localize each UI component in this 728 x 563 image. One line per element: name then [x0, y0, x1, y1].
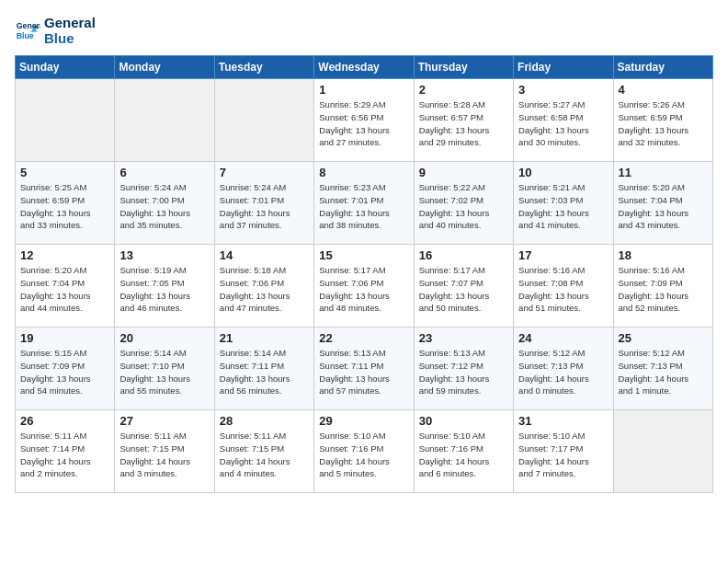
day-cell: 28Sunrise: 5:11 AM Sunset: 7:15 PM Dayli… — [214, 410, 313, 493]
day-cell: 17Sunrise: 5:16 AM Sunset: 7:08 PM Dayli… — [514, 245, 613, 327]
day-number: 5 — [20, 166, 109, 179]
day-number: 19 — [20, 331, 109, 345]
day-info: Sunrise: 5:18 AM Sunset: 7:06 PM Dayligh… — [220, 264, 309, 315]
day-info: Sunrise: 5:13 AM Sunset: 7:12 PM Dayligh… — [419, 347, 508, 397]
day-info: Sunrise: 5:26 AM Sunset: 6:59 PM Dayligh… — [619, 98, 708, 149]
day-info: Sunrise: 5:16 AM Sunset: 7:09 PM Dayligh… — [619, 264, 708, 315]
day-info: Sunrise: 5:19 AM Sunset: 7:05 PM Dayligh… — [119, 264, 209, 315]
day-info: Sunrise: 5:10 AM Sunset: 7:17 PM Dayligh… — [518, 430, 608, 480]
day-number: 10 — [518, 166, 608, 179]
logo-icon: General Blue — [15, 17, 40, 43]
day-info: Sunrise: 5:23 AM Sunset: 7:01 PM Dayligh… — [319, 181, 408, 232]
day-info: Sunrise: 5:12 AM Sunset: 7:13 PM Dayligh… — [518, 347, 608, 397]
week-row-2: 5Sunrise: 5:25 AM Sunset: 6:59 PM Daylig… — [16, 162, 713, 245]
day-info: Sunrise: 5:17 AM Sunset: 7:06 PM Dayligh… — [319, 264, 408, 315]
day-cell: 25Sunrise: 5:12 AM Sunset: 7:13 PM Dayli… — [613, 327, 712, 410]
day-info: Sunrise: 5:21 AM Sunset: 7:03 PM Dayligh… — [518, 181, 608, 232]
week-row-1: 1Sunrise: 5:29 AM Sunset: 6:56 PM Daylig… — [16, 79, 713, 162]
day-cell — [16, 79, 115, 162]
week-row-5: 26Sunrise: 5:11 AM Sunset: 7:14 PM Dayli… — [16, 410, 713, 493]
day-number: 30 — [419, 414, 508, 428]
day-cell: 22Sunrise: 5:13 AM Sunset: 7:11 PM Dayli… — [314, 327, 414, 410]
day-cell: 9Sunrise: 5:22 AM Sunset: 7:02 PM Daylig… — [414, 162, 513, 245]
day-number: 29 — [319, 414, 408, 428]
logo-line1: General — [44, 15, 96, 30]
logo: General Blue General Blue — [15, 15, 96, 46]
day-cell: 16Sunrise: 5:17 AM Sunset: 7:07 PM Dayli… — [414, 245, 513, 327]
day-cell: 11Sunrise: 5:20 AM Sunset: 7:04 PM Dayli… — [613, 162, 712, 245]
day-cell: 21Sunrise: 5:14 AM Sunset: 7:11 PM Dayli… — [214, 327, 313, 410]
day-info: Sunrise: 5:29 AM Sunset: 6:56 PM Dayligh… — [319, 98, 408, 149]
day-number: 1 — [319, 83, 408, 97]
day-info: Sunrise: 5:13 AM Sunset: 7:11 PM Dayligh… — [319, 347, 408, 397]
weekday-header-tuesday: Tuesday — [214, 56, 313, 79]
day-info: Sunrise: 5:22 AM Sunset: 7:02 PM Dayligh… — [419, 181, 508, 232]
day-number: 16 — [419, 248, 508, 262]
day-number: 8 — [319, 166, 408, 179]
day-info: Sunrise: 5:14 AM Sunset: 7:10 PM Dayligh… — [119, 347, 209, 397]
day-cell: 7Sunrise: 5:24 AM Sunset: 7:01 PM Daylig… — [214, 162, 313, 245]
day-info: Sunrise: 5:12 AM Sunset: 7:13 PM Dayligh… — [619, 347, 708, 397]
weekday-header-wednesday: Wednesday — [314, 56, 414, 79]
day-number: 20 — [119, 331, 209, 345]
day-number: 18 — [619, 248, 708, 262]
day-number: 13 — [119, 248, 209, 262]
day-cell: 3Sunrise: 5:27 AM Sunset: 6:58 PM Daylig… — [514, 79, 613, 162]
day-cell: 10Sunrise: 5:21 AM Sunset: 7:03 PM Dayli… — [514, 162, 613, 245]
day-cell: 2Sunrise: 5:28 AM Sunset: 6:57 PM Daylig… — [414, 79, 513, 162]
day-info: Sunrise: 5:14 AM Sunset: 7:11 PM Dayligh… — [220, 347, 309, 397]
day-cell: 27Sunrise: 5:11 AM Sunset: 7:15 PM Dayli… — [115, 410, 214, 493]
day-info: Sunrise: 5:24 AM Sunset: 7:00 PM Dayligh… — [119, 181, 209, 232]
weekday-header-saturday: Saturday — [613, 56, 712, 79]
day-info: Sunrise: 5:20 AM Sunset: 7:04 PM Dayligh… — [619, 181, 708, 232]
weekday-header-sunday: Sunday — [16, 56, 115, 79]
day-cell: 23Sunrise: 5:13 AM Sunset: 7:12 PM Dayli… — [414, 327, 513, 410]
weekday-header-monday: Monday — [115, 56, 214, 79]
day-number: 3 — [518, 83, 608, 97]
day-cell: 8Sunrise: 5:23 AM Sunset: 7:01 PM Daylig… — [314, 162, 414, 245]
day-info: Sunrise: 5:17 AM Sunset: 7:07 PM Dayligh… — [419, 264, 508, 315]
week-row-3: 12Sunrise: 5:20 AM Sunset: 7:04 PM Dayli… — [16, 245, 713, 327]
day-number: 9 — [419, 166, 508, 179]
day-cell: 13Sunrise: 5:19 AM Sunset: 7:05 PM Dayli… — [115, 245, 214, 327]
day-cell: 19Sunrise: 5:15 AM Sunset: 7:09 PM Dayli… — [16, 327, 115, 410]
day-info: Sunrise: 5:10 AM Sunset: 7:16 PM Dayligh… — [319, 430, 408, 480]
day-info: Sunrise: 5:28 AM Sunset: 6:57 PM Dayligh… — [419, 98, 508, 149]
day-cell: 29Sunrise: 5:10 AM Sunset: 7:16 PM Dayli… — [314, 410, 414, 493]
logo-line2: Blue — [44, 30, 96, 46]
day-number: 2 — [419, 83, 508, 97]
day-number: 22 — [319, 331, 408, 345]
day-number: 21 — [220, 331, 309, 345]
page-header: General Blue General Blue — [15, 15, 713, 46]
day-number: 24 — [518, 331, 608, 345]
day-cell: 12Sunrise: 5:20 AM Sunset: 7:04 PM Dayli… — [16, 245, 115, 327]
day-cell: 6Sunrise: 5:24 AM Sunset: 7:00 PM Daylig… — [115, 162, 214, 245]
day-cell: 24Sunrise: 5:12 AM Sunset: 7:13 PM Dayli… — [514, 327, 613, 410]
weekday-header-thursday: Thursday — [414, 56, 513, 79]
day-number: 25 — [619, 331, 708, 345]
day-number: 17 — [518, 248, 608, 262]
day-info: Sunrise: 5:16 AM Sunset: 7:08 PM Dayligh… — [518, 264, 608, 315]
week-row-4: 19Sunrise: 5:15 AM Sunset: 7:09 PM Dayli… — [16, 327, 713, 410]
day-info: Sunrise: 5:11 AM Sunset: 7:14 PM Dayligh… — [20, 430, 109, 480]
day-number: 23 — [419, 331, 508, 345]
day-cell — [214, 79, 313, 162]
weekday-header-friday: Friday — [514, 56, 613, 79]
day-cell — [115, 79, 214, 162]
day-cell: 1Sunrise: 5:29 AM Sunset: 6:56 PM Daylig… — [314, 79, 414, 162]
day-number: 31 — [518, 414, 608, 428]
day-number: 4 — [619, 83, 708, 97]
day-info: Sunrise: 5:11 AM Sunset: 7:15 PM Dayligh… — [119, 430, 209, 480]
day-info: Sunrise: 5:27 AM Sunset: 6:58 PM Dayligh… — [518, 98, 608, 149]
day-cell: 20Sunrise: 5:14 AM Sunset: 7:10 PM Dayli… — [115, 327, 214, 410]
calendar-table: SundayMondayTuesdayWednesdayThursdayFrid… — [15, 55, 713, 493]
day-info: Sunrise: 5:10 AM Sunset: 7:16 PM Dayligh… — [419, 430, 508, 480]
day-number: 27 — [119, 414, 209, 428]
day-number: 11 — [619, 166, 708, 179]
day-info: Sunrise: 5:24 AM Sunset: 7:01 PM Dayligh… — [220, 181, 309, 232]
day-number: 28 — [220, 414, 309, 428]
day-number: 12 — [20, 248, 109, 262]
day-cell: 4Sunrise: 5:26 AM Sunset: 6:59 PM Daylig… — [613, 79, 712, 162]
day-cell: 14Sunrise: 5:18 AM Sunset: 7:06 PM Dayli… — [214, 245, 313, 327]
day-info: Sunrise: 5:25 AM Sunset: 6:59 PM Dayligh… — [20, 181, 109, 232]
